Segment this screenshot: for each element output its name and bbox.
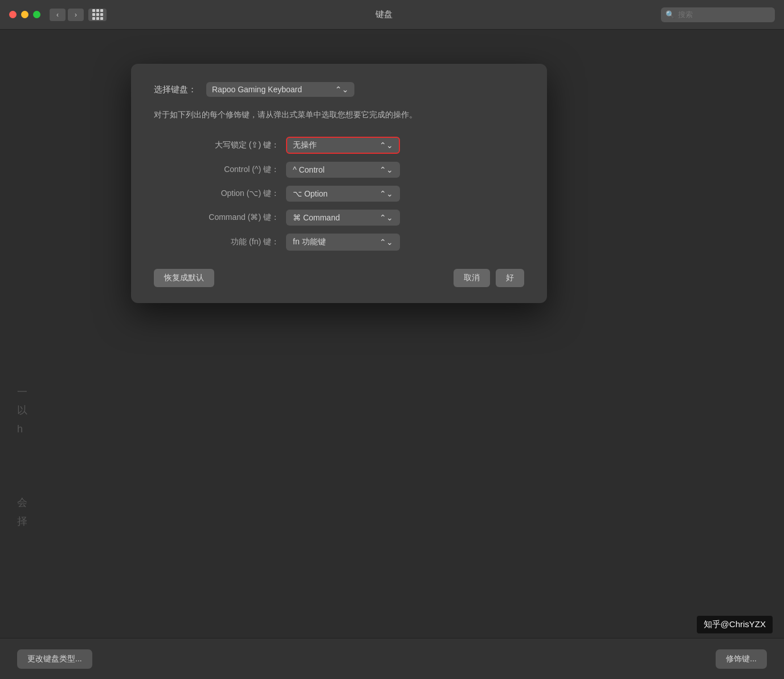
control-dropdown-icon: ⌃⌄: [379, 165, 393, 174]
search-icon: 🔍: [665, 10, 675, 19]
fn-select[interactable]: fn 功能键 ⌃⌄: [286, 234, 400, 251]
dialog: 选择键盘： Rapoo Gaming Keyboard ⌃⌄ 对于如下列出的每个…: [131, 64, 547, 303]
dialog-description: 对于如下列出的每个修饰键，请从弹出式菜单中选取您想要它完成的操作。: [154, 108, 524, 121]
option-dropdown-icon: ⌃⌄: [379, 189, 393, 198]
modifier-table: 大写锁定 (⇪) 键： 无操作 ⌃⌄ Control (^) 键： ^ Cont…: [154, 137, 524, 251]
capslock-row: 大写锁定 (⇪) 键： 无操作 ⌃⌄: [165, 137, 513, 154]
control-label: Control (^) 键：: [165, 165, 279, 175]
control-select[interactable]: ^ Control ⌃⌄: [286, 162, 400, 178]
ok-button[interactable]: 好: [496, 269, 524, 287]
forward-button[interactable]: ›: [68, 9, 84, 21]
option-value: ⌥ Option: [293, 189, 328, 198]
capslock-select[interactable]: 无操作 ⌃⌄: [286, 137, 400, 154]
grid-icon: [92, 9, 103, 20]
titlebar: ‹ › 键盘 🔍: [0, 0, 784, 30]
dropdown-chevron-icon: ⌃⌄: [335, 85, 349, 94]
modifier-keys-button[interactable]: 修饰键...: [716, 649, 767, 669]
keyboard-dropdown[interactable]: Rapoo Gaming Keyboard ⌃⌄: [206, 82, 354, 97]
footer-right-buttons: 取消 好: [454, 269, 524, 287]
capslock-value: 无操作: [293, 140, 317, 150]
change-keyboard-type-button[interactable]: 更改键盘类型...: [17, 649, 92, 669]
command-label: Command (⌘) 键：: [165, 212, 279, 223]
close-button[interactable]: [9, 11, 17, 18]
search-bar[interactable]: 🔍: [661, 7, 775, 22]
command-row: Command (⌘) 键： ⌘ Command ⌃⌄: [165, 210, 513, 226]
fn-label: 功能 (fn) 键：: [165, 237, 279, 247]
command-dropdown-icon: ⌃⌄: [379, 213, 393, 222]
minimize-button[interactable]: [21, 11, 28, 18]
option-select[interactable]: ⌥ Option ⌃⌄: [286, 186, 400, 202]
watermark: 知乎@ChrisYZX: [697, 616, 773, 633]
option-row: Option (⌥) 键： ⌥ Option ⌃⌄: [165, 186, 513, 202]
restore-default-button[interactable]: 恢复成默认: [154, 269, 214, 287]
fn-value: fn 功能键: [293, 237, 326, 247]
keyboard-selector-row: 选择键盘： Rapoo Gaming Keyboard ⌃⌄: [154, 82, 524, 97]
keyboard-dropdown-value: Rapoo Gaming Keyboard: [212, 85, 302, 94]
main-content: 一 以 h 会 择 选择键盘： Rapoo Gaming Keyboard ⌃⌄…: [0, 30, 784, 679]
search-input[interactable]: [678, 10, 770, 19]
option-label: Option (⌥) 键：: [165, 189, 279, 199]
command-value: ⌘ Command: [293, 213, 340, 222]
nav-buttons: ‹ ›: [50, 9, 84, 21]
dialog-footer: 恢复成默认 取消 好: [154, 269, 524, 287]
capslock-dropdown-icon: ⌃⌄: [379, 141, 393, 150]
control-row: Control (^) 键： ^ Control ⌃⌄: [165, 162, 513, 178]
cancel-button[interactable]: 取消: [454, 269, 490, 287]
window-title: 键盘: [107, 9, 661, 20]
back-button[interactable]: ‹: [50, 9, 66, 21]
maximize-button[interactable]: [33, 11, 40, 18]
keyboard-selector-label: 选择键盘：: [154, 84, 199, 95]
command-select[interactable]: ⌘ Command ⌃⌄: [286, 210, 400, 226]
traffic-lights: [9, 11, 40, 18]
apps-grid-button[interactable]: [88, 9, 107, 21]
fn-row: 功能 (fn) 键： fn 功能键 ⌃⌄: [165, 234, 513, 251]
fn-dropdown-icon: ⌃⌄: [379, 238, 393, 247]
bg-left-text: 一 以 h 会 择: [17, 383, 120, 530]
control-value: ^ Control: [293, 165, 325, 174]
bottom-bar: 更改键盘类型... 修饰键...: [0, 638, 784, 679]
capslock-label: 大写锁定 (⇪) 键：: [165, 140, 279, 150]
